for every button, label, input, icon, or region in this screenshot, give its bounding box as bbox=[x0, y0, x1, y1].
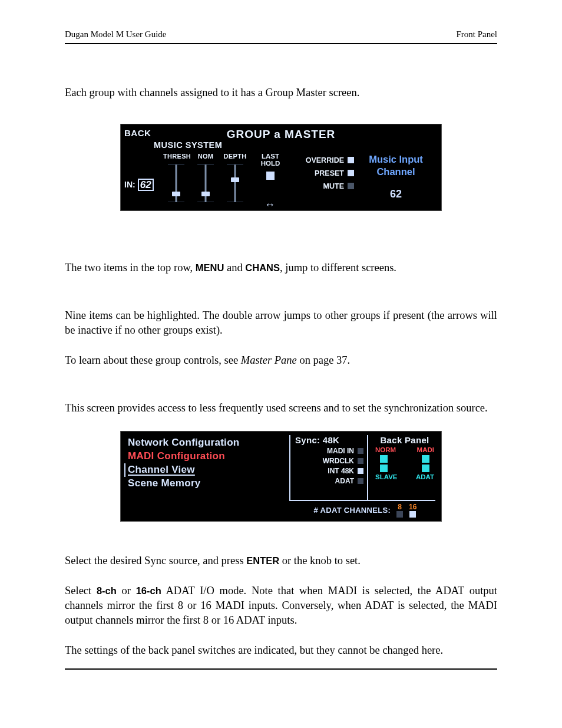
thresh-column: THRESH bbox=[163, 153, 189, 202]
last-hold-toggle[interactable]: LAST HOLD bbox=[253, 153, 288, 180]
adat-channels-selector: # ADAT CHANNELS: 8 16 bbox=[297, 503, 433, 518]
paragraph-back-panel-note: The settings of the back panel switches … bbox=[65, 643, 497, 658]
override-label: OVERRIDE bbox=[306, 156, 344, 164]
menu-item-scene-memory[interactable]: Scene Memory bbox=[128, 477, 286, 490]
paragraph-menu-chans: The two items in the top row, MENU and C… bbox=[65, 261, 497, 275]
paragraph-adat-mode: Select 8-ch or 16-ch ADAT I/O mode. Note… bbox=[65, 584, 497, 628]
paragraph-sync-intro: This screen provides access to less freq… bbox=[65, 401, 497, 416]
back-panel-madi-label: MADI bbox=[417, 446, 434, 453]
back-panel-slave-label: SLAVE bbox=[375, 473, 398, 480]
music-input-panel: Music Input Channel 62 bbox=[358, 154, 434, 200]
screen-subtitle: MUSIC SYSTEM bbox=[154, 140, 222, 150]
nom-slider[interactable] bbox=[193, 164, 219, 202]
figure-menu-screen: Network Configuration MADI Configuration… bbox=[120, 431, 442, 522]
back-panel-led1 bbox=[380, 455, 388, 463]
sync-option-int48k[interactable]: INT 48K bbox=[295, 466, 363, 476]
in-label: IN: bbox=[124, 180, 135, 189]
adat-channels-label: # ADAT CHANNELS: bbox=[314, 506, 391, 515]
back-panel-led2 bbox=[422, 455, 429, 463]
last-hold-indicator bbox=[266, 172, 275, 180]
preset-indicator bbox=[348, 170, 354, 176]
depth-label: DEPTH bbox=[222, 153, 248, 161]
divider-line bbox=[289, 500, 435, 501]
back-panel-adat-label: ADAT bbox=[416, 473, 434, 480]
back-panel-led4 bbox=[422, 465, 429, 472]
menu-list: Network Configuration MADI Configuration… bbox=[128, 436, 286, 490]
mute-toggle[interactable]: MUTE bbox=[297, 180, 354, 193]
group-nav-arrows-icon[interactable]: ↔ bbox=[265, 199, 275, 211]
adat-option-8[interactable]: 8 bbox=[396, 503, 403, 518]
back-panel-title: Back Panel bbox=[374, 435, 435, 445]
sync-option-wrdclk[interactable]: WRDCLK bbox=[295, 456, 363, 466]
back-panel-norm-label: NORM bbox=[375, 446, 396, 453]
menu-item-madi-config[interactable]: MADI Configuration bbox=[128, 450, 286, 463]
paragraph-master-pane-ref: To learn about these group controls, see… bbox=[65, 353, 497, 368]
music-input-label1: Music Input bbox=[358, 154, 434, 165]
input-channel-indicator: IN: 62 bbox=[124, 179, 154, 191]
preset-label: PRESET bbox=[315, 169, 344, 177]
override-toggle[interactable]: OVERRIDE bbox=[297, 154, 354, 167]
page-header: Dugan Model M User Guide Front Panel bbox=[65, 29, 497, 39]
sync-title: Sync: 48K bbox=[295, 435, 363, 445]
music-input-channel-value[interactable]: 62 bbox=[358, 188, 434, 200]
header-right: Front Panel bbox=[456, 29, 497, 39]
paragraph-nine-items: Nine items can be highlighted. The doubl… bbox=[65, 308, 497, 338]
music-input-label2: Channel bbox=[358, 166, 434, 177]
screen-title: GROUP a MASTER bbox=[121, 128, 441, 141]
back-panel-led3 bbox=[380, 465, 388, 472]
paragraph-select-sync: Select the desired Sync source, and pres… bbox=[65, 554, 497, 568]
header-rule bbox=[65, 43, 497, 44]
override-indicator bbox=[348, 157, 354, 163]
last-label: LAST bbox=[253, 153, 288, 160]
footer-rule bbox=[65, 668, 497, 670]
mute-label: MUTE bbox=[323, 182, 344, 190]
divider-line bbox=[367, 435, 368, 501]
thresh-slider[interactable] bbox=[163, 164, 189, 202]
adat-option-16[interactable]: 16 bbox=[409, 503, 416, 518]
in-value[interactable]: 62 bbox=[138, 179, 154, 191]
menu-item-channel-view[interactable]: Channel View bbox=[124, 463, 286, 477]
nom-label: NOM bbox=[193, 153, 219, 161]
hold-label: HOLD bbox=[253, 160, 288, 167]
mute-indicator bbox=[348, 183, 354, 189]
thresh-label: THRESH bbox=[163, 153, 189, 161]
figure-group-master-screen: BACK GROUP a MASTER MUSIC SYSTEM IN: 62 … bbox=[120, 124, 442, 211]
sync-option-adat[interactable]: ADAT bbox=[295, 476, 363, 486]
sync-panel: Sync: 48K MADI IN WRDCLK INT 48K ADAT bbox=[295, 435, 363, 486]
back-panel-status: Back Panel NORMMADI SLAVEADAT bbox=[374, 435, 435, 480]
divider-line bbox=[289, 435, 290, 501]
sync-option-madi-in[interactable]: MADI IN bbox=[295, 446, 363, 456]
preset-toggle[interactable]: PRESET bbox=[297, 167, 354, 180]
header-left: Dugan Model M User Guide bbox=[65, 29, 166, 39]
nom-column: NOM bbox=[193, 153, 219, 202]
depth-column: DEPTH bbox=[222, 153, 248, 202]
depth-slider[interactable] bbox=[222, 164, 248, 202]
menu-item-network-config[interactable]: Network Configuration bbox=[128, 436, 286, 450]
paragraph-intro: Each group with channels assigned to it … bbox=[65, 85, 497, 100]
